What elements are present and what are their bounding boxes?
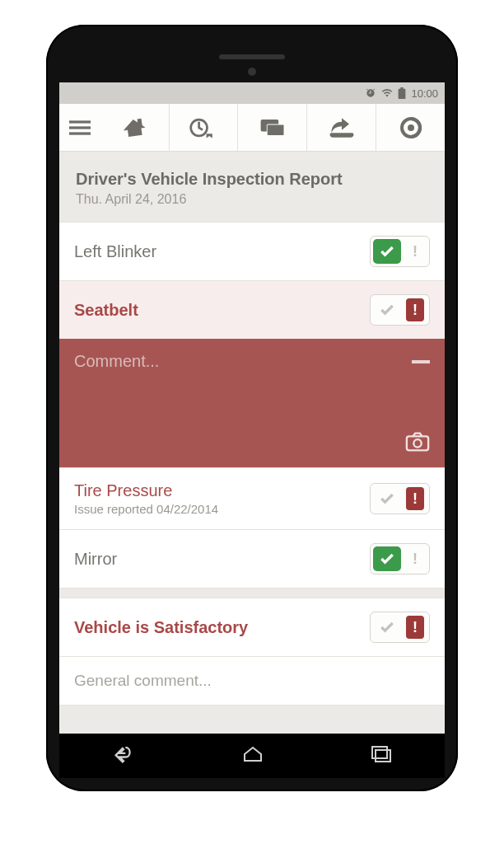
wifi-icon — [381, 87, 393, 99]
check-icon[interactable] — [373, 298, 401, 322]
report-title: Driver's Vehicle Inspection Report — [76, 170, 428, 189]
report-header: Driver's Vehicle Inspection Report Thu. … — [59, 152, 445, 222]
item-label: Left Blinker — [74, 242, 156, 261]
alert-icon[interactable]: ! — [406, 547, 424, 570]
bottom-spacer — [59, 705, 445, 734]
item-label: Vehicle is Satisfactory — [74, 618, 248, 637]
home-button[interactable] — [100, 104, 169, 151]
check-icon[interactable] — [373, 546, 401, 571]
recents-button[interactable] — [371, 745, 392, 767]
status-toggle[interactable]: ! — [370, 612, 430, 643]
battery-icon — [398, 87, 406, 99]
status-toggle[interactable]: ! — [370, 236, 430, 267]
status-toggle[interactable]: ! — [370, 294, 430, 326]
dot-button[interactable] — [376, 104, 445, 151]
svg-point-11 — [413, 439, 421, 447]
svg-rect-10 — [407, 436, 428, 450]
alert-icon[interactable]: ! — [406, 616, 424, 639]
check-icon[interactable] — [373, 239, 401, 264]
svg-rect-12 — [372, 747, 387, 758]
item-label: Mirror — [74, 550, 117, 569]
alert-icon[interactable]: ! — [406, 298, 424, 321]
alarm-icon — [365, 87, 376, 99]
alert-icon[interactable]: ! — [406, 240, 424, 263]
svg-rect-0 — [69, 120, 91, 123]
svg-rect-1 — [69, 126, 91, 129]
home-nav-button[interactable] — [241, 743, 264, 769]
camera-icon[interactable] — [405, 431, 430, 456]
comment-panel[interactable]: Comment... — [59, 339, 445, 467]
report-date: Thu. April 24, 2016 — [76, 192, 428, 207]
svg-rect-7 — [268, 124, 284, 135]
menu-button[interactable] — [59, 104, 100, 151]
section-gap — [59, 588, 445, 598]
satisfactory-row[interactable]: Vehicle is Satisfactory ! — [59, 598, 445, 656]
check-icon[interactable] — [373, 486, 401, 511]
inspection-row[interactable]: Left Blinker ! — [59, 222, 445, 280]
svg-rect-2 — [69, 132, 91, 134]
svg-marker-3 — [123, 118, 147, 138]
back-button[interactable] — [112, 743, 135, 769]
item-label: Tire Pressure — [74, 481, 218, 500]
comment-placeholder: Comment... — [74, 352, 159, 371]
alert-icon[interactable]: ! — [406, 487, 424, 510]
inspection-row[interactable]: Mirror ! — [59, 529, 445, 588]
logs-button[interactable] — [169, 104, 238, 151]
check-icon[interactable] — [373, 615, 401, 640]
share-button[interactable] — [306, 104, 376, 151]
app-toolbar — [59, 104, 445, 152]
item-label: Seatbelt — [74, 301, 138, 320]
status-toggle[interactable]: ! — [370, 483, 430, 514]
status-toggle[interactable]: ! — [370, 543, 430, 574]
general-comment-input[interactable]: General comment... — [59, 656, 445, 705]
general-comment-placeholder: General comment... — [74, 672, 212, 689]
messages-button[interactable] — [237, 104, 306, 151]
collapse-icon[interactable] — [412, 360, 430, 363]
item-sub: Issue reported 04/22/2014 — [74, 502, 218, 516]
android-status-bar: 10:00 — [59, 82, 445, 104]
android-nav-bar — [59, 734, 445, 778]
status-time: 10:00 — [411, 87, 438, 100]
inspection-row[interactable]: Tire Pressure Issue reported 04/22/2014 … — [59, 467, 445, 529]
inspection-row[interactable]: Seatbelt ! — [59, 280, 445, 339]
svg-rect-13 — [376, 750, 390, 762]
svg-point-9 — [408, 124, 414, 131]
